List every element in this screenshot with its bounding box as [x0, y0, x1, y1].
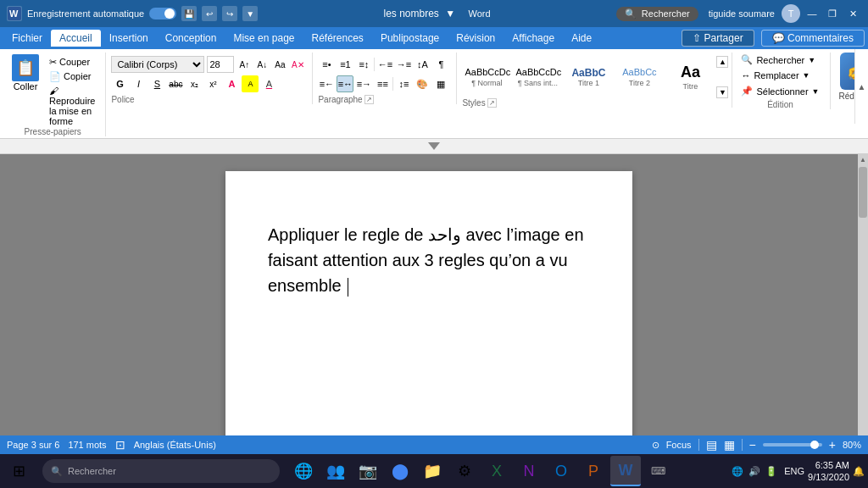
word-icon[interactable]: W [7, 6, 22, 21]
menu-accueil[interactable]: Accueil [51, 30, 101, 47]
shading-button[interactable]: 🎨 [414, 75, 431, 92]
highlight-button[interactable]: A [242, 75, 259, 92]
notification-icon[interactable]: 🔔 [853, 466, 865, 477]
search-container[interactable]: 🔍 Rechercher [616, 7, 698, 21]
rechercher-button[interactable]: 🔍 Rechercher ▼ [737, 53, 822, 67]
sys-icons: 🌐 🔊 🔋 [732, 466, 777, 477]
taskbar-settings[interactable]: ⚙ [449, 456, 480, 486]
styles-scroll: ▲ ▼ [716, 56, 728, 98]
web-layout-button[interactable]: ▦ [724, 438, 735, 452]
minimize-button[interactable]: — [804, 5, 821, 22]
menu-references[interactable]: Références [303, 30, 372, 47]
font-color-button[interactable]: A [223, 75, 240, 92]
justify-button[interactable]: ≡≡ [374, 75, 391, 92]
menu-mise-en-page[interactable]: Mise en page [225, 30, 303, 47]
taskbar-explorer[interactable]: 📁 [417, 456, 448, 486]
zoom-in-button[interactable]: + [829, 438, 836, 452]
zoom-slider[interactable] [763, 443, 822, 446]
taskbar-outlook[interactable]: O [546, 456, 576, 486]
menu-aide[interactable]: Aide [563, 30, 600, 47]
menu-insertion[interactable]: Insertion [101, 30, 157, 47]
taskbar-excel[interactable]: X [481, 456, 512, 486]
menu-revision[interactable]: Révision [448, 30, 504, 47]
font-family-select[interactable]: Calibri (Corps) [111, 56, 204, 73]
undo-icon[interactable]: ↩ [202, 6, 217, 21]
strikethrough-button[interactable]: abc [167, 75, 184, 92]
styles-down-button[interactable]: ▼ [716, 86, 728, 98]
sort-button[interactable]: ↕A [414, 56, 431, 73]
style-titre1[interactable]: AaBbC Titre 1 [564, 64, 613, 90]
taskbar-word[interactable]: W [610, 456, 641, 486]
taskbar-onenote[interactable]: N [514, 456, 544, 486]
share-button[interactable]: ⇧ Partager [682, 30, 754, 47]
font-case-button[interactable]: Aa [272, 57, 287, 72]
text-color-button[interactable]: A [260, 75, 277, 92]
unordered-list-button[interactable]: ≡• [318, 56, 335, 73]
styles-expand-icon[interactable]: ↗ [487, 98, 497, 108]
styles-up-button[interactable]: ▲ [716, 56, 728, 68]
align-center-button[interactable]: ≡↔ [337, 75, 353, 92]
taskbar-edge[interactable]: 🌐 [288, 456, 319, 486]
print-layout-button[interactable]: ▤ [706, 438, 717, 452]
menu-publipostage[interactable]: Publipostage [372, 30, 448, 47]
coller-button[interactable]: 📋 Coller [7, 53, 44, 93]
style-titre2[interactable]: AaBbCc Titre 2 [615, 64, 664, 89]
cut-button[interactable]: ✂ Couper [46, 56, 98, 69]
style-titre2-preview: AaBbCc [617, 67, 661, 78]
comments-button[interactable]: 💬 Commentaires [761, 30, 865, 47]
remplacer-button[interactable]: ↔ Remplacer ▼ [737, 69, 822, 82]
menu-conception[interactable]: Conception [157, 30, 225, 47]
bold-button[interactable]: G [111, 75, 128, 92]
borders-button[interactable]: ▦ [432, 75, 449, 92]
focus-icon[interactable]: ⊙ [652, 440, 659, 451]
scrollbar-right[interactable]: ▲ [858, 154, 868, 435]
style-titre[interactable]: Aa Titre [665, 61, 715, 93]
taskbar-camera[interactable]: 📷 [353, 456, 383, 486]
taskbar-teams[interactable]: 👥 [320, 456, 351, 486]
taskbar-powerpoint[interactable]: P [578, 456, 609, 486]
avatar[interactable]: T [782, 4, 800, 23]
font-size-input[interactable] [207, 56, 234, 73]
subscript-button[interactable]: x₂ [186, 75, 203, 92]
zoom-out-button[interactable]: − [749, 438, 756, 452]
align-right-button[interactable]: ≡→ [355, 75, 372, 92]
align-left-button[interactable]: ≡← [318, 75, 335, 92]
para-expand-icon[interactable]: ↗ [364, 95, 374, 104]
taskbar-chrome[interactable]: ⬤ [385, 456, 415, 486]
italic-button[interactable]: I [130, 75, 147, 92]
copy-button[interactable]: 📄 Copier [46, 70, 98, 83]
search-icon: 🔍 [625, 8, 637, 19]
selectionner-button[interactable]: 📌 Sélectionner ▼ [737, 84, 822, 98]
menu-fichier[interactable]: Fichier [3, 30, 51, 47]
underline-button[interactable]: S [148, 75, 165, 92]
font-label: Police [111, 95, 305, 104]
paintformat-button[interactable]: 🖌 Reproduire la mise en forme [46, 85, 98, 127]
para-row1: ≡• ≡1 ≡↕ ←≡ →≡ ↕A ¶ [318, 53, 449, 73]
taskbar-lang-switch[interactable]: ⌨ [643, 456, 673, 486]
menu-affichage[interactable]: Affichage [504, 30, 563, 47]
autosave-toggle[interactable] [149, 8, 176, 19]
more-icon[interactable]: ▼ [242, 6, 258, 21]
pilcrow-button[interactable]: ¶ [432, 56, 449, 73]
document-scroll[interactable]: Appliquer le regle de واحد avec l’image … [0, 154, 858, 435]
style-normal[interactable]: AaBbCcDc ¶ Normal [462, 64, 511, 89]
taskbar-search[interactable]: 🔍 Rechercher [42, 459, 280, 483]
save-icon[interactable]: 💾 [181, 6, 197, 21]
superscript-button[interactable]: x² [204, 75, 221, 92]
maximize-button[interactable]: ❐ [824, 5, 841, 22]
multilevel-list-button[interactable]: ≡↕ [355, 56, 372, 73]
ordered-list-button[interactable]: ≡1 [337, 56, 353, 73]
redo-icon[interactable]: ↪ [222, 6, 237, 21]
font-clear-button[interactable]: A✕ [290, 57, 305, 72]
font-decrease-button[interactable]: A↓ [254, 57, 270, 72]
font-increase-button[interactable]: A↑ [236, 57, 252, 72]
decrease-indent-button[interactable]: ←≡ [376, 56, 393, 73]
start-button[interactable]: ⊞ [3, 456, 34, 486]
title-dropdown-icon[interactable]: ▼ [445, 8, 455, 19]
ribbon-collapse-button[interactable]: ▲ [854, 49, 868, 124]
style-sans-int[interactable]: AaBbCcDc ¶ Sans int... [513, 64, 562, 89]
close-button[interactable]: ✕ [844, 5, 861, 22]
scroll-thumb[interactable] [859, 167, 867, 218]
increase-indent-button[interactable]: →≡ [395, 56, 412, 73]
line-spacing-button[interactable]: ↕≡ [395, 75, 412, 92]
